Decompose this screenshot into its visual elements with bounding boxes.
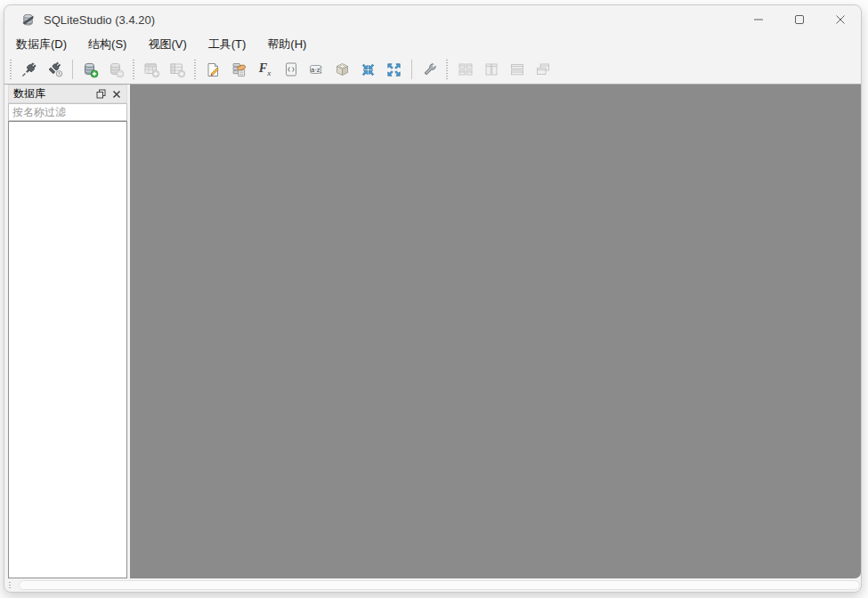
databases-dock-title: 数据库 [13, 86, 93, 101]
close-button[interactable] [820, 5, 861, 34]
extensions-package-icon [334, 61, 351, 78]
open-ddl-history-button[interactable] [226, 58, 252, 82]
cascade-windows-button[interactable] [530, 58, 556, 82]
menu-structure[interactable]: 结构(S) [79, 34, 135, 55]
export-arrows-icon [385, 61, 402, 78]
databases-dock-panel: 数据库 [8, 85, 127, 578]
toolbar-drag-handle[interactable] [130, 60, 138, 79]
database-filter-input[interactable] [8, 103, 127, 121]
open-functions-editor-button[interactable]: Fx [252, 58, 278, 82]
svg-text:a·z: a·z [311, 65, 320, 73]
toolbar-separator [72, 60, 73, 79]
open-sql-editor-button[interactable] [200, 58, 226, 82]
disconnect-icon [47, 61, 63, 77]
config-wrench-icon [421, 61, 438, 78]
add-database-button[interactable] [77, 58, 103, 82]
dock-float-button[interactable] [93, 86, 109, 101]
databases-dock-header[interactable]: 数据库 [8, 85, 127, 103]
main-toolbar: Fx a·z [4, 55, 861, 85]
sql-code-icon [283, 61, 299, 77]
statusbar-grip-icon[interactable] [7, 581, 13, 588]
connect-button[interactable] [16, 58, 42, 82]
window-title: SQLiteStudio (3.4.20) [44, 13, 155, 27]
collations-editor-icon: a·z [308, 61, 325, 78]
new-view-icon [169, 61, 186, 78]
title-bar: SQLiteStudio (3.4.20) [4, 5, 861, 34]
open-configuration-button[interactable] [417, 58, 442, 82]
minimize-button[interactable] [738, 5, 779, 34]
toolbar-separator [411, 60, 412, 79]
tile-windows-button[interactable] [452, 58, 478, 82]
remove-database-icon [108, 61, 125, 78]
tile-horizontal-icon [508, 61, 526, 78]
export-button[interactable] [381, 58, 407, 82]
ddl-history-icon [231, 61, 247, 78]
tile-vertical-icon [483, 61, 500, 78]
menu-help[interactable]: 帮助(H) [258, 34, 315, 55]
app-window: SQLiteStudio (3.4.20) 数据库(D) 结构(S) 视图(V)… [4, 4, 862, 593]
open-collations-editor-button[interactable]: a·z [304, 58, 329, 82]
add-database-icon [82, 61, 99, 78]
menu-database[interactable]: 数据库(D) [7, 34, 76, 55]
menu-bar: 数据库(D) 结构(S) 视图(V) 工具(T) 帮助(H) [4, 34, 861, 55]
toolbar-drag-handle[interactable] [443, 60, 451, 79]
tile-horizontal-button[interactable] [504, 58, 530, 82]
disconnect-button[interactable] [42, 58, 68, 82]
new-table-icon [143, 61, 160, 78]
central-area: 数据库 [4, 85, 861, 578]
menu-view[interactable]: 视图(V) [139, 34, 195, 55]
tile-windows-icon [457, 61, 475, 78]
statusbar-message-area [19, 580, 860, 590]
extensions-button[interactable] [329, 58, 355, 82]
cascade-windows-icon [534, 61, 552, 78]
status-bar [4, 578, 861, 592]
maximize-button[interactable] [779, 5, 820, 34]
functions-editor-icon: Fx [259, 62, 271, 77]
new-table-button[interactable] [139, 58, 165, 82]
app-logo-icon [20, 12, 36, 28]
dock-close-button[interactable] [109, 86, 124, 101]
menu-tools[interactable]: 工具(T) [199, 34, 256, 55]
new-view-button[interactable] [165, 58, 191, 82]
tile-vertical-button[interactable] [478, 58, 504, 82]
remove-database-button[interactable] [103, 58, 129, 82]
mdi-workspace [130, 85, 861, 578]
database-tree[interactable] [8, 121, 127, 578]
open-sql-code-button[interactable] [278, 58, 304, 82]
connect-icon [21, 61, 37, 77]
import-button[interactable] [355, 58, 381, 82]
import-arrows-icon [360, 61, 377, 78]
toolbar-drag-handle[interactable] [7, 60, 15, 79]
sql-editor-icon [205, 61, 222, 78]
toolbar-drag-handle[interactable] [191, 60, 199, 79]
